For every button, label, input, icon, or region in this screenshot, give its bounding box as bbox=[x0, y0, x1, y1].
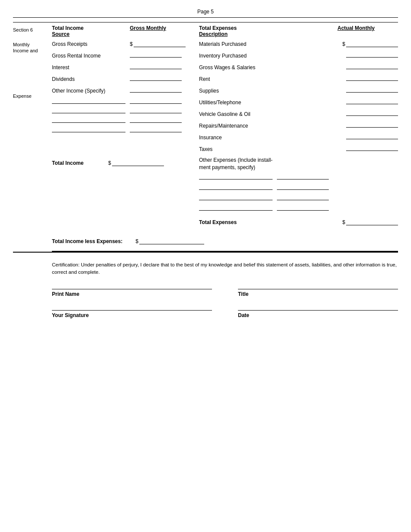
inventory-row: Inventory Purchased bbox=[199, 49, 398, 61]
supplies-row: Supplies bbox=[199, 84, 398, 96]
repairs-label: Repairs/Maintenance bbox=[199, 123, 346, 129]
materials-field: $ bbox=[342, 41, 398, 47]
dividends-label: Dividends bbox=[52, 76, 130, 82]
gross-rental-field bbox=[130, 51, 182, 59]
date-item: Date bbox=[238, 310, 398, 318]
insurance-input[interactable] bbox=[346, 133, 398, 139]
gross-receipts-label: Gross Receipts bbox=[52, 41, 130, 47]
wages-input[interactable] bbox=[346, 63, 398, 69]
title-label: Title bbox=[238, 291, 398, 297]
less-expenses-field: $ bbox=[135, 238, 204, 244]
column-headers: Total Income Source Gross Monthly Total … bbox=[52, 25, 398, 37]
total-income-input[interactable] bbox=[112, 160, 164, 166]
signature-line[interactable] bbox=[52, 310, 212, 311]
income-source-header: Total Income Source bbox=[52, 25, 130, 37]
form-content: Total Income Source Gross Monthly Total … bbox=[52, 25, 398, 252]
income-rows: Gross Receipts $ Gross Rental Income bbox=[52, 39, 195, 225]
other-income-input[interactable] bbox=[130, 87, 182, 93]
print-name-line[interactable] bbox=[52, 289, 212, 289]
income-blank-amount-1[interactable] bbox=[130, 98, 182, 104]
title-item: Title bbox=[238, 289, 398, 297]
insurance-row: Insurance bbox=[199, 131, 398, 143]
income-blank-amount-2[interactable] bbox=[130, 107, 182, 113]
vehicle-row: Vehicle Gasoline & Oil bbox=[199, 108, 398, 119]
total-expenses-row: Total Expenses $ bbox=[199, 219, 398, 225]
inventory-label: Inventory Purchased bbox=[199, 53, 346, 59]
other-income-row: Other Income (Specify) bbox=[52, 84, 195, 96]
total-income-field: $ bbox=[108, 160, 164, 166]
expense-blank-name-4[interactable] bbox=[199, 205, 273, 211]
title-line[interactable] bbox=[238, 289, 398, 289]
actual-monthly-header: Actual Monthly bbox=[337, 25, 398, 37]
interest-input[interactable] bbox=[130, 63, 182, 69]
monthly-income-label: MonthlyIncome and bbox=[13, 42, 52, 54]
certification-text: Certification: Under penalties of perjur… bbox=[52, 261, 398, 276]
date-line[interactable] bbox=[238, 310, 398, 311]
total-expenses-input[interactable] bbox=[346, 219, 398, 225]
rent-input[interactable] bbox=[346, 75, 398, 81]
income-blank-name-4[interactable] bbox=[52, 126, 125, 132]
gross-receipts-row: Gross Receipts $ bbox=[52, 39, 195, 49]
gross-rental-input[interactable] bbox=[130, 51, 182, 58]
expense-blank-amount-3[interactable] bbox=[277, 194, 329, 200]
utilities-row: Utilities/Telephone bbox=[199, 96, 398, 108]
page-number: Page 5 bbox=[197, 9, 214, 15]
gross-rental-label: Gross Rental Income bbox=[52, 53, 130, 59]
less-expenses-input[interactable] bbox=[139, 238, 204, 244]
page-header: Page 5 bbox=[13, 9, 398, 18]
expense-blank-name-2[interactable] bbox=[199, 184, 273, 190]
income-source-title: Total Income bbox=[52, 25, 130, 31]
income-blank-amount-3[interactable] bbox=[130, 117, 182, 123]
insurance-field bbox=[346, 133, 398, 141]
signature-date-row: Your Signature Date bbox=[52, 310, 398, 318]
certification-section: Certification: Under penalties of perjur… bbox=[13, 252, 398, 319]
rent-row: Rent bbox=[199, 73, 398, 84]
other-expenses-section: Other Expenses (Include install-ment pay… bbox=[199, 154, 398, 215]
expense-blank-name-3[interactable] bbox=[199, 194, 273, 200]
expense-blank-amount-2[interactable] bbox=[277, 184, 329, 190]
inventory-input[interactable] bbox=[346, 51, 398, 58]
taxes-field bbox=[346, 145, 398, 152]
vehicle-label: Vehicle Gasoline & Oil bbox=[199, 111, 346, 117]
gross-receipts-input[interactable] bbox=[134, 41, 186, 47]
dividends-input[interactable] bbox=[130, 75, 182, 81]
total-income-label: Total Income bbox=[52, 160, 108, 166]
expense-side-label: Expense bbox=[13, 93, 32, 99]
less-expenses-section: Total Income less Expenses: $ bbox=[52, 238, 398, 252]
income-source-subtitle: Source bbox=[52, 31, 130, 37]
materials-row: Materials Purchased $ bbox=[199, 39, 398, 49]
repairs-field bbox=[346, 122, 398, 129]
print-name-item: Print Name bbox=[52, 289, 212, 297]
income-blank-amount-4[interactable] bbox=[130, 126, 182, 132]
left-labels: Section 6 MonthlyIncome and Expense bbox=[13, 25, 52, 252]
less-expenses-label: Total Income less Expenses: bbox=[52, 238, 122, 244]
dividends-row: Dividends bbox=[52, 73, 195, 84]
gross-monthly-label: Gross Monthly bbox=[130, 25, 195, 31]
utilities-input[interactable] bbox=[346, 98, 398, 104]
vehicle-input[interactable] bbox=[346, 110, 398, 116]
repairs-input[interactable] bbox=[346, 122, 398, 128]
income-blank-row-3 bbox=[52, 115, 195, 125]
income-blank-name-1[interactable] bbox=[52, 98, 125, 104]
expense-blank-amount-4[interactable] bbox=[277, 205, 329, 211]
gross-monthly-header: Gross Monthly bbox=[130, 25, 195, 37]
supplies-field bbox=[346, 87, 398, 94]
other-income-field bbox=[130, 87, 182, 94]
expense-description-header: Total Expenses Description bbox=[195, 25, 337, 37]
expense-blank-row-1 bbox=[199, 171, 398, 182]
total-expenses-label: Total Expenses bbox=[199, 219, 342, 225]
expense-blank-name-1[interactable] bbox=[199, 173, 273, 179]
wages-field bbox=[346, 63, 398, 71]
repairs-row: Repairs/Maintenance bbox=[199, 119, 398, 131]
supplies-input[interactable] bbox=[346, 87, 398, 93]
interest-row: Interest bbox=[52, 61, 195, 73]
materials-input[interactable] bbox=[346, 41, 398, 47]
income-blank-name-2[interactable] bbox=[52, 107, 125, 113]
income-blank-name-3[interactable] bbox=[52, 117, 125, 123]
actual-monthly-label: Actual Monthly bbox=[337, 25, 398, 31]
dividends-field bbox=[130, 75, 182, 82]
taxes-input[interactable] bbox=[346, 145, 398, 151]
wages-row: Gross Wages & Salaries bbox=[199, 61, 398, 73]
print-title-row: Print Name Title bbox=[52, 289, 398, 297]
expense-blank-amount-1[interactable] bbox=[277, 173, 329, 179]
